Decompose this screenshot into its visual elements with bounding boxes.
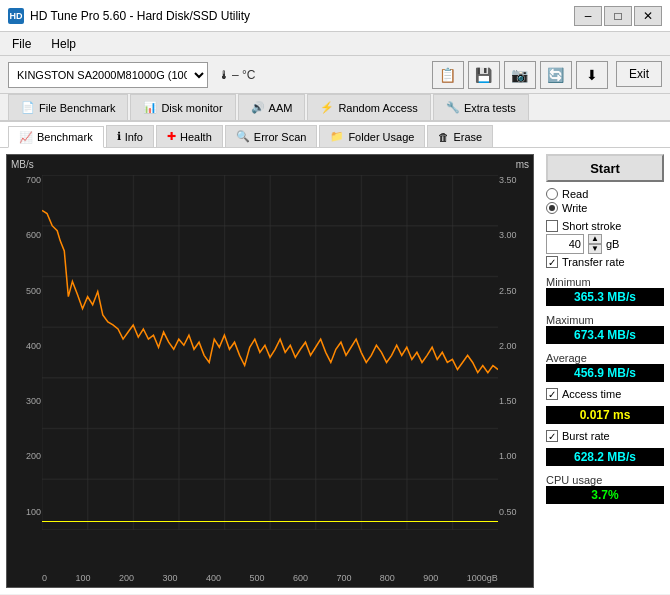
x-tick-900: 900 bbox=[423, 573, 438, 583]
spinner-down[interactable]: ▼ bbox=[588, 244, 602, 254]
tab-aam[interactable]: 🔊 AAM bbox=[238, 94, 306, 120]
tab-disk-monitor[interactable]: 📊 Disk monitor bbox=[130, 94, 235, 120]
health-icon: ✚ bbox=[167, 130, 176, 143]
cpu-label: CPU usage bbox=[546, 474, 664, 486]
file-benchmark-icon: 📄 bbox=[21, 101, 35, 114]
nav-row: 📄 File Benchmark 📊 Disk monitor 🔊 AAM ⚡ … bbox=[8, 94, 662, 120]
maximum-stat: Maximum 673.4 MB/s bbox=[546, 312, 664, 344]
random-access-label: Random Access bbox=[338, 102, 417, 114]
extra-tests-icon: 🔧 bbox=[446, 101, 460, 114]
random-access-icon: ⚡ bbox=[320, 101, 334, 114]
info-icon: ℹ bbox=[117, 130, 121, 143]
write-radio-label: Write bbox=[562, 202, 587, 214]
close-button[interactable]: ✕ bbox=[634, 6, 662, 26]
subtab-benchmark[interactable]: 📈 Benchmark bbox=[8, 126, 104, 148]
x-tick-500: 500 bbox=[249, 573, 264, 583]
benchmark-label: Benchmark bbox=[37, 131, 93, 143]
write-radio-circle bbox=[546, 202, 558, 214]
sub-tabs: 📈 Benchmark ℹ Info ✚ Health 🔍 Error Scan… bbox=[0, 122, 670, 148]
health-label: Health bbox=[180, 131, 212, 143]
maximize-button[interactable]: □ bbox=[604, 6, 632, 26]
read-radio[interactable]: Read bbox=[546, 188, 664, 200]
chart-svg bbox=[42, 175, 498, 530]
main-content: MB/s ms 700 600 500 400 300 200 100 3.50… bbox=[0, 148, 670, 594]
menu-file[interactable]: File bbox=[8, 35, 35, 53]
access-time-box bbox=[546, 388, 558, 400]
y-tick-300: 300 bbox=[9, 396, 41, 406]
y-tick-200: 200 bbox=[9, 451, 41, 461]
disk-monitor-icon: 📊 bbox=[143, 101, 157, 114]
x-tick-400: 400 bbox=[206, 573, 221, 583]
y2-axis-label: ms bbox=[516, 159, 529, 170]
folder-usage-icon: 📁 bbox=[330, 130, 344, 143]
subtab-health[interactable]: ✚ Health bbox=[156, 125, 223, 147]
nav-tabs: 📄 File Benchmark 📊 Disk monitor 🔊 AAM ⚡ … bbox=[0, 94, 670, 122]
y2-tick-200: 2.00 bbox=[499, 341, 531, 351]
subtab-error-scan[interactable]: 🔍 Error Scan bbox=[225, 125, 318, 147]
y2-tick-050: 0.50 bbox=[499, 507, 531, 517]
write-radio[interactable]: Write bbox=[546, 202, 664, 214]
subtab-erase[interactable]: 🗑 Erase bbox=[427, 125, 493, 147]
access-time-label: Access time bbox=[562, 388, 621, 400]
tab-extra-tests[interactable]: 🔧 Extra tests bbox=[433, 94, 529, 120]
disk-monitor-label: Disk monitor bbox=[161, 102, 222, 114]
toolbar-btn-2[interactable]: 💾 bbox=[468, 61, 500, 89]
temp-display: 🌡 – °C bbox=[218, 68, 255, 82]
erase-label: Erase bbox=[453, 131, 482, 143]
y-axis-right-labels: 3.50 3.00 2.50 2.00 1.50 1.00 0.50 bbox=[499, 175, 531, 562]
file-benchmark-label: File Benchmark bbox=[39, 102, 115, 114]
burst-rate-checkbox[interactable]: Burst rate bbox=[546, 430, 664, 442]
subtab-info[interactable]: ℹ Info bbox=[106, 125, 154, 147]
window-title: HD Tune Pro 5.60 - Hard Disk/SSD Utility bbox=[30, 9, 250, 23]
x-axis-labels: 0 100 200 300 400 500 600 700 800 900 10… bbox=[42, 573, 498, 583]
burst-rate-value: 628.2 MB/s bbox=[546, 448, 664, 466]
toolbar-btn-4[interactable]: 🔄 bbox=[540, 61, 572, 89]
x-tick-800: 800 bbox=[380, 573, 395, 583]
temp-value: – °C bbox=[232, 68, 255, 82]
y2-tick-150: 1.50 bbox=[499, 396, 531, 406]
x-tick-100: 100 bbox=[75, 573, 90, 583]
toolbar-icons: 📋 💾 📷 🔄 ⬇ Exit bbox=[432, 61, 662, 89]
maximum-value: 673.4 MB/s bbox=[546, 326, 664, 344]
tab-random-access[interactable]: ⚡ Random Access bbox=[307, 94, 430, 120]
toolbar-btn-3[interactable]: 📷 bbox=[504, 61, 536, 89]
drive-select[interactable]: KINGSTON SA2000M81000G (1000 gB) bbox=[8, 62, 208, 88]
tab-file-benchmark[interactable]: 📄 File Benchmark bbox=[8, 94, 128, 120]
x-tick-1000: 1000gB bbox=[467, 573, 498, 583]
y-tick-500: 500 bbox=[9, 286, 41, 296]
y-tick-700: 700 bbox=[9, 175, 41, 185]
toolbar-btn-1[interactable]: 📋 bbox=[432, 61, 464, 89]
read-radio-circle bbox=[546, 188, 558, 200]
read-radio-label: Read bbox=[562, 188, 588, 200]
toolbar-btn-5[interactable]: ⬇ bbox=[576, 61, 608, 89]
options-group: Short stroke 40 ▲ ▼ gB Transfer rate bbox=[546, 220, 664, 268]
erase-icon: 🗑 bbox=[438, 131, 449, 143]
extra-tests-label: Extra tests bbox=[464, 102, 516, 114]
subtab-folder-usage[interactable]: 📁 Folder Usage bbox=[319, 125, 425, 147]
maximum-label: Maximum bbox=[546, 314, 664, 326]
transfer-rate-checkbox[interactable]: Transfer rate bbox=[546, 256, 664, 268]
folder-usage-label: Folder Usage bbox=[348, 131, 414, 143]
average-stat: Average 456.9 MB/s bbox=[546, 350, 664, 382]
short-stroke-label: Short stroke bbox=[562, 220, 621, 232]
short-stroke-row: 40 ▲ ▼ gB bbox=[546, 234, 664, 254]
x-tick-0: 0 bbox=[42, 573, 47, 583]
spinner-up[interactable]: ▲ bbox=[588, 234, 602, 244]
error-scan-label: Error Scan bbox=[254, 131, 307, 143]
short-stroke-input[interactable]: 40 bbox=[546, 234, 584, 254]
short-stroke-checkbox[interactable]: Short stroke bbox=[546, 220, 664, 232]
app-icon: HD bbox=[8, 8, 24, 24]
start-button[interactable]: Start bbox=[546, 154, 664, 182]
exit-button[interactable]: Exit bbox=[616, 61, 662, 87]
aam-label: AAM bbox=[269, 102, 293, 114]
y-tick-400: 400 bbox=[9, 341, 41, 351]
x-tick-200: 200 bbox=[119, 573, 134, 583]
y-tick-100: 100 bbox=[9, 507, 41, 517]
access-time-checkbox[interactable]: Access time bbox=[546, 388, 664, 400]
error-scan-icon: 🔍 bbox=[236, 130, 250, 143]
minimize-button[interactable]: – bbox=[574, 6, 602, 26]
x-tick-300: 300 bbox=[162, 573, 177, 583]
y2-tick-100: 1.00 bbox=[499, 451, 531, 461]
menu-help[interactable]: Help bbox=[47, 35, 80, 53]
toolbar: KINGSTON SA2000M81000G (1000 gB) 🌡 – °C … bbox=[0, 56, 670, 94]
